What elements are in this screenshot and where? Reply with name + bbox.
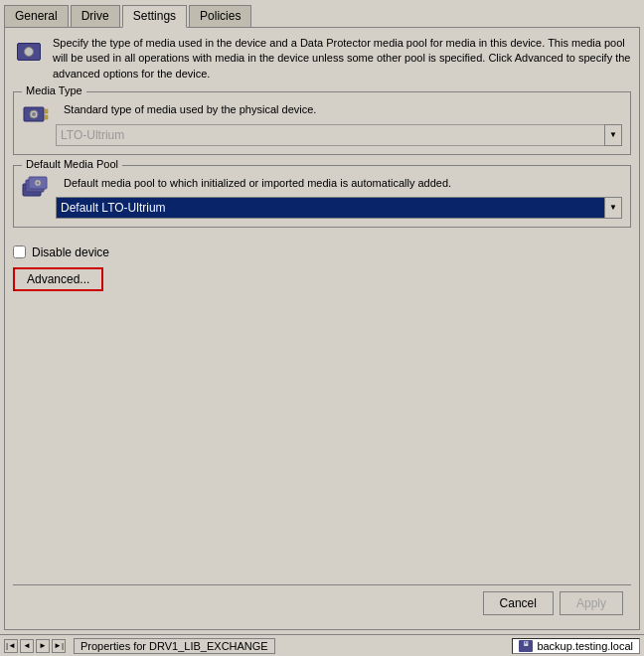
server-icon: 🖥 <box>519 640 533 652</box>
media-type-icon <box>22 102 50 130</box>
tab-drive[interactable]: Drive <box>71 5 120 27</box>
default-pool-group: Default Media Pool Default media <box>13 165 631 228</box>
tab-general[interactable]: General <box>4 5 69 27</box>
media-type-description: Standard type of media used by the physi… <box>64 102 622 117</box>
disable-device-checkbox[interactable] <box>13 246 26 258</box>
svg-rect-3 <box>45 109 48 113</box>
media-type-label: Media Type <box>22 84 86 96</box>
cancel-button[interactable]: Cancel <box>483 591 554 615</box>
default-pool-select[interactable]: Default LTO-Ultrium <box>56 197 622 219</box>
status-right: 🖥 backup.testing.local <box>512 638 640 654</box>
device-icon <box>13 36 45 68</box>
default-pool-dropdown-wrapper: Default LTO-Ultrium ▼ <box>56 197 622 219</box>
pool-desc-area: Default media pool to which initialized … <box>56 176 622 219</box>
advanced-button-area: Advanced... <box>13 267 631 291</box>
svg-point-9 <box>37 181 40 184</box>
nav-prev-button[interactable]: ◄ <box>20 639 34 653</box>
media-type-select-row: LTO-Ultrium ▼ <box>56 124 622 146</box>
advanced-button[interactable]: Advanced... <box>13 267 103 291</box>
svg-rect-4 <box>45 115 48 119</box>
bottom-bar: Cancel Apply <box>13 584 631 621</box>
default-pool-select-row: Default LTO-Ultrium ▼ <box>56 197 622 219</box>
media-type-icon-area <box>22 102 50 130</box>
content-area: Specify the type of media used in the de… <box>4 27 640 630</box>
media-type-content: Standard type of media used by the physi… <box>22 98 622 145</box>
default-pool-label: Default Media Pool <box>22 158 122 170</box>
default-pool-content: Default media pool to which initialized … <box>22 172 622 219</box>
main-window: General Drive Settings Policies Specify … <box>0 0 644 656</box>
nav-last-button[interactable]: ►| <box>52 639 66 653</box>
disable-device-label[interactable]: Disable device <box>32 246 109 259</box>
status-properties-label: Properties for DRV1_LIB_EXCHANGE <box>74 638 275 654</box>
status-nav: |◄ ◄ ► ►| <box>4 639 66 653</box>
nav-first-button[interactable]: |◄ <box>4 639 18 653</box>
tab-bar: General Drive Settings Policies <box>0 0 644 27</box>
apply-button[interactable]: Apply <box>560 591 623 615</box>
nav-next-button[interactable]: ► <box>36 639 50 653</box>
status-server: 🖥 backup.testing.local <box>512 638 640 654</box>
media-type-dropdown-wrapper: LTO-Ultrium ▼ <box>56 124 622 146</box>
server-label: backup.testing.local <box>537 640 633 652</box>
tab-policies[interactable]: Policies <box>189 5 251 27</box>
tape-icon <box>17 43 41 61</box>
pool-icon-area <box>22 176 50 204</box>
pool-icon <box>22 176 50 204</box>
default-pool-description: Default media pool to which initialized … <box>64 176 622 191</box>
media-type-desc-area: Standard type of media used by the physi… <box>56 102 622 145</box>
svg-point-2 <box>32 112 36 116</box>
tab-settings[interactable]: Settings <box>122 5 187 28</box>
media-type-select[interactable]: LTO-Ultrium <box>56 124 622 146</box>
info-text: Specify the type of media used in the de… <box>53 36 631 82</box>
media-type-group: Media Type Standard type of media <box>13 91 631 154</box>
info-section: Specify the type of media used in the de… <box>13 36 631 82</box>
disable-device-row: Disable device <box>13 246 631 259</box>
status-bar: |◄ ◄ ► ►| Properties for DRV1_LIB_EXCHAN… <box>0 634 644 656</box>
